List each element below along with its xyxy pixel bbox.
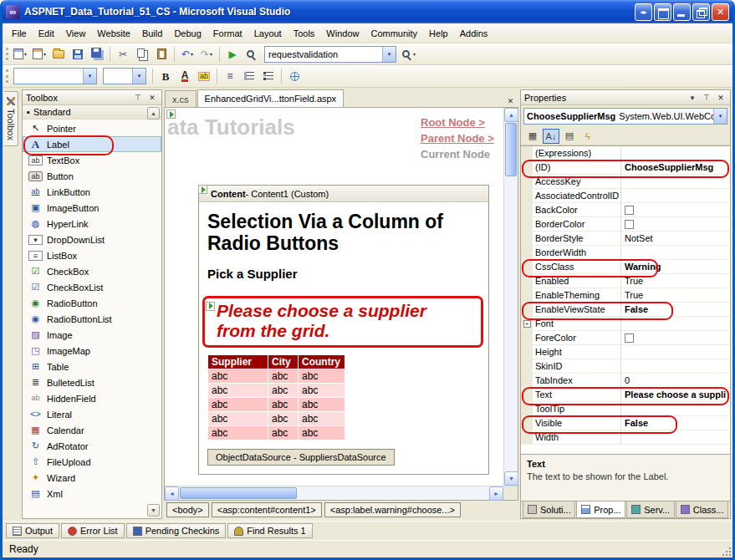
save-button[interactable] xyxy=(69,45,87,63)
menu-item-view[interactable]: View xyxy=(60,25,92,42)
property-value[interactable] xyxy=(621,430,730,444)
object-selector-combo[interactable]: ChooseSupplierMsg System.Web.UI.WebCor ▾ xyxy=(523,108,727,125)
toolbox-section-standard[interactable]: ▪ Standard xyxy=(23,105,161,120)
pin-icon[interactable]: ⊤ xyxy=(132,92,144,104)
property-row-visible[interactable]: VisibleFalse xyxy=(521,416,730,430)
content-placeholder[interactable]: Content - Content1 (Custom) Selection Vi… xyxy=(198,185,489,475)
toolbox-item-radiobutton[interactable]: ◉RadioButton xyxy=(23,295,161,311)
toolbox-item-calendar[interactable]: ▦Calendar xyxy=(23,422,161,438)
property-value[interactable] xyxy=(621,146,730,160)
toolbox-edge-tab[interactable]: Toolbox xyxy=(4,91,18,146)
highlight-button[interactable]: ab xyxy=(195,68,213,85)
toolbox-item-literal[interactable]: <>Literal xyxy=(23,406,161,422)
menu-item-file[interactable]: File xyxy=(6,25,33,42)
toolbox-header[interactable]: Toolbox ⊤ ✕ xyxy=(23,90,161,105)
title-bar[interactable]: ∞ ASPNET_Data_Tutorial_51_CS - Microsoft… xyxy=(3,0,732,23)
combo-dropdown-icon[interactable]: ▾ xyxy=(713,109,727,124)
property-value[interactable]: Warning xyxy=(621,260,730,273)
scroll-down-icon[interactable]: ▼ xyxy=(504,471,518,486)
vertical-scrollbar[interactable]: ▲ ▼ xyxy=(503,108,518,486)
property-row-bordercolor[interactable]: BorderColor xyxy=(521,217,730,232)
menu-item-community[interactable]: Community xyxy=(365,25,423,42)
property-pages-button[interactable]: ▤ xyxy=(561,129,578,144)
window-menu-icon[interactable]: ▾ xyxy=(687,92,698,104)
find-in-files-button[interactable] xyxy=(242,45,261,63)
toolbox-item-button[interactable]: abButton xyxy=(23,168,161,184)
toolbox-scroll-up-button[interactable]: ▲ xyxy=(147,107,160,120)
design-surface[interactable]: ata Tutorials Root Node >Parent Node >Cu… xyxy=(165,108,503,486)
grid-row[interactable]: abcabcabc xyxy=(208,426,345,440)
bold-button[interactable]: B xyxy=(156,68,175,85)
warning-label[interactable]: Please choose a supplier from the grid. xyxy=(217,301,467,341)
menu-item-window[interactable]: Window xyxy=(320,25,365,42)
property-value[interactable]: False xyxy=(621,416,730,430)
toolbox-item-fileupload[interactable]: ⇧FileUpload xyxy=(23,454,161,470)
menu-item-debug[interactable]: Debug xyxy=(168,25,207,42)
property-value[interactable] xyxy=(621,317,730,330)
expand-plus-icon[interactable]: + xyxy=(523,320,531,328)
property-value[interactable]: True xyxy=(621,274,730,288)
property-row-expressions[interactable]: (Expressions) xyxy=(521,146,730,160)
toolbox-item-dropdownlist[interactable]: ▾DropDownList xyxy=(23,232,161,247)
pin-icon[interactable]: ⊤ xyxy=(701,92,712,104)
menu-item-addins[interactable]: Addins xyxy=(454,25,494,42)
breadcrumb-parent-node[interactable]: Parent Node > xyxy=(421,132,494,145)
scroll-left-icon[interactable]: ◄ xyxy=(165,486,179,501)
property-value[interactable] xyxy=(621,175,730,188)
horizontal-scrollbar[interactable]: ◄ ► xyxy=(165,486,518,500)
font-size-combo[interactable]: ▾ xyxy=(103,68,146,84)
property-row-text[interactable]: TextPlease choose a suppli xyxy=(521,388,730,402)
font-name-combo[interactable]: ▾ xyxy=(13,68,97,84)
grid-header-country[interactable]: Country xyxy=(299,355,345,369)
categorized-button[interactable]: ▦ xyxy=(524,129,541,144)
property-value[interactable] xyxy=(621,246,730,259)
tool-tab-prop[interactable]: Prop... xyxy=(576,501,625,518)
bottom-tab-output[interactable]: Output xyxy=(6,523,59,538)
toolbox-item-imagebutton[interactable]: ▣ImageButton xyxy=(23,200,161,216)
bottom-tab-pending-checkins[interactable]: Pending Checkins xyxy=(126,523,227,538)
properties-header[interactable]: Properties ▾ ⊤ ✕ xyxy=(521,90,730,105)
property-value[interactable] xyxy=(621,203,730,216)
menu-item-website[interactable]: Website xyxy=(91,25,136,42)
tab-enhancedgrid-aspx[interactable]: EnhancedGridVi...ttonField.aspx xyxy=(197,89,345,107)
grid-row[interactable]: abcabcabc xyxy=(208,412,345,426)
add-item-button[interactable]: ▾ xyxy=(30,45,48,63)
toolbox-scroll-down-button[interactable]: ▼ xyxy=(147,504,160,517)
toolbox-item-hiddenfield[interactable]: abHiddenField xyxy=(23,390,161,406)
copy-button[interactable] xyxy=(133,45,151,63)
menu-item-edit[interactable]: Edit xyxy=(33,25,60,42)
combo-dropdown-icon[interactable]: ▾ xyxy=(132,69,145,84)
paste-button[interactable] xyxy=(152,45,171,63)
toolbox-item-checkbox[interactable]: ☑CheckBox xyxy=(23,263,161,279)
grid-row[interactable]: abcabcabc xyxy=(208,384,345,398)
property-value[interactable] xyxy=(621,402,730,415)
events-button[interactable]: ϟ xyxy=(579,129,596,144)
tool-tab-soluti[interactable]: Soluti... xyxy=(523,501,575,518)
tool-tab-class[interactable]: Class... xyxy=(676,501,728,518)
toolbox-item-adrotator[interactable]: ↻AdRotator xyxy=(23,438,161,454)
property-row-enabletheming[interactable]: EnableThemingTrue xyxy=(521,288,730,303)
menu-item-tools[interactable]: Tools xyxy=(288,25,321,42)
property-value[interactable] xyxy=(621,189,730,202)
hyperlink-button[interactable] xyxy=(285,68,304,85)
resize-grip[interactable] xyxy=(721,546,732,557)
toolbox-item-wizard[interactable]: ✦Wizard xyxy=(23,470,161,486)
objectdatasource-control[interactable]: ObjectDataSource - SuppliersDataSource xyxy=(207,449,395,466)
toolbox-item-textbox[interactable]: abTextBox xyxy=(23,152,161,168)
property-value[interactable]: Please choose a suppli xyxy=(621,388,730,401)
property-row-associatedcontrolid[interactable]: AssociatedControlID xyxy=(521,189,730,203)
grid-row[interactable]: abcabcabc xyxy=(208,398,345,412)
grid-header-supplier[interactable]: Supplier xyxy=(208,355,268,369)
minimize-button[interactable] xyxy=(673,3,691,21)
property-row-tabindex[interactable]: TabIndex0 xyxy=(521,374,730,388)
property-row-tooltip[interactable]: ToolTip xyxy=(521,402,730,416)
scroll-right-icon[interactable]: ► xyxy=(489,486,503,501)
menu-item-build[interactable]: Build xyxy=(136,25,168,42)
toolbox-item-image[interactable]: ▨Image xyxy=(23,327,161,343)
open-file-button[interactable] xyxy=(49,45,68,63)
property-row-cssclass[interactable]: CssClassWarning xyxy=(521,260,730,274)
body-smart-tag-icon[interactable] xyxy=(166,109,176,119)
property-value[interactable]: ChooseSupplierMsg xyxy=(621,160,730,174)
bottom-tab-error-list[interactable]: Error List xyxy=(61,523,125,538)
property-value[interactable] xyxy=(621,331,730,344)
